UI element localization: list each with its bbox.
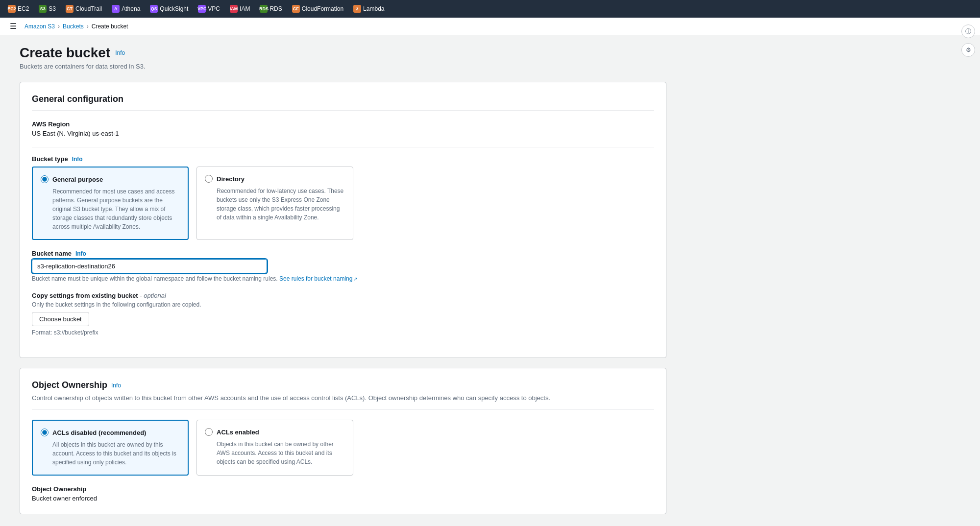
bucket-type-gp-title: General purpose <box>52 176 103 183</box>
bucket-name-group: Bucket name Info Bucket name must be uni… <box>32 250 654 282</box>
settings-circle-icon[interactable]: ⚙ <box>961 43 975 57</box>
rds-icon: RDS <box>260 5 268 13</box>
format-hint: Format: s3://bucket/prefix <box>32 329 654 336</box>
bucket-type-cards: General purpose Recommended for most use… <box>32 167 654 240</box>
nav-athena-label: Athena <box>122 5 140 12</box>
ownership-info-link[interactable]: Info <box>111 382 121 389</box>
breadcrumb-buckets[interactable]: Buckets <box>63 23 84 30</box>
general-config-title: General configuration <box>32 94 654 111</box>
acls-disabled-radio[interactable] <box>41 429 49 436</box>
aws-region-label: AWS Region <box>32 120 654 128</box>
s3-icon: S3 <box>39 5 47 13</box>
cloudtrail-icon: CT <box>66 5 74 13</box>
main-content: Create bucket Info Buckets are container… <box>0 35 686 526</box>
object-ownership-card: Object Ownership Info Control ownership … <box>20 368 666 514</box>
bucket-type-label: Bucket type Info <box>32 155 654 163</box>
ownership-title-row: Object Ownership Info <box>32 380 654 390</box>
acls-enabled-header: ACLs enabled <box>205 428 345 436</box>
breadcrumb-sep-1: › <box>58 23 60 30</box>
see-rules-label: See rules for bucket naming <box>279 275 352 282</box>
top-nav: EC2 EC2 S3 S3 CT CloudTrail A Athena QS … <box>0 0 980 18</box>
nav-rds-label: RDS <box>270 5 282 12</box>
nav-lambda[interactable]: λ Lambda <box>349 3 388 15</box>
object-ownership-bottom-label: Object Ownership <box>32 485 654 493</box>
bucket-type-dir-desc: Recommended for low-latency use cases. T… <box>217 187 345 222</box>
bucket-name-hint-text: Bucket name must be unique within the gl… <box>32 275 278 282</box>
breadcrumb-current: Create bucket <box>92 23 128 30</box>
aws-region-value: US East (N. Virginia) us-east-1 <box>32 130 654 137</box>
copy-settings-title: Copy settings from existing bucket - opt… <box>32 292 654 299</box>
nav-iam-label: IAM <box>240 5 250 12</box>
nav-cloudformation[interactable]: CF CloudFormation <box>288 3 347 15</box>
copy-settings-title-text: Copy settings from existing bucket <box>32 292 138 299</box>
page-subtitle: Buckets are containers for data stored i… <box>20 63 666 70</box>
info-circle-icon[interactable]: ⓘ <box>961 24 975 38</box>
acls-enabled-desc: Objects in this bucket can be owned by o… <box>217 440 345 466</box>
bucket-type-dir-header: Directory <box>205 175 345 183</box>
bucket-owner-enforced: Bucket owner enforced <box>32 495 654 502</box>
bucket-type-gp-radio[interactable] <box>41 175 49 183</box>
see-rules-link[interactable]: See rules for bucket naming↗ <box>279 275 357 282</box>
breadcrumb-sep-2: › <box>87 23 89 30</box>
bucket-name-input[interactable] <box>32 259 267 273</box>
copy-settings-optional-text: - optional <box>140 292 166 299</box>
general-config-card: General configuration AWS Region US East… <box>20 82 666 358</box>
nav-quicksight-label: QuickSight <box>160 5 188 12</box>
bucket-type-gp-desc: Recommended for most use cases and acces… <box>52 187 180 231</box>
acls-disabled-header: ACLs disabled (recommended) <box>41 429 180 436</box>
vpc-icon: VPC <box>198 5 206 13</box>
acls-enabled-radio[interactable] <box>205 428 213 436</box>
page-title: Create bucket <box>20 45 110 61</box>
nav-s3[interactable]: S3 S3 <box>35 3 60 15</box>
copy-settings-group: Copy settings from existing bucket - opt… <box>32 292 654 336</box>
iam-icon: IAM <box>230 5 238 13</box>
secondary-nav: ☰ Amazon S3 › Buckets › Create bucket <box>0 18 980 35</box>
cloudformation-icon: CF <box>292 5 300 13</box>
acls-disabled-title: ACLs disabled (recommended) <box>52 429 146 436</box>
nav-cloudtrail-label: CloudTrail <box>75 5 102 12</box>
page-title-row: Create bucket Info <box>20 45 666 61</box>
breadcrumb: Amazon S3 › Buckets › Create bucket <box>24 23 128 30</box>
lambda-icon: λ <box>353 5 361 13</box>
copy-settings-optional: - optional <box>140 292 166 299</box>
bucket-type-dir-title: Directory <box>217 175 245 183</box>
copy-settings-desc: Only the bucket settings in the followin… <box>32 301 654 308</box>
bucket-type-info-link[interactable]: Info <box>72 156 83 163</box>
nav-athena[interactable]: A Athena <box>108 3 144 15</box>
acls-disabled-card[interactable]: ACLs disabled (recommended) All objects … <box>32 420 189 476</box>
acls-disabled-desc: All objects in this bucket are owned by … <box>52 440 180 467</box>
bucket-type-gp-header: General purpose <box>41 175 180 183</box>
breadcrumb-s3[interactable]: Amazon S3 <box>24 23 55 30</box>
athena-icon: A <box>112 5 120 13</box>
bucket-type-dir-radio[interactable] <box>205 175 213 183</box>
right-icons: ⓘ ⚙ <box>961 24 975 57</box>
nav-ec2[interactable]: EC2 EC2 <box>4 3 33 15</box>
bucket-name-info-link[interactable]: Info <box>75 250 86 257</box>
nav-vpc-label: VPC <box>208 5 220 12</box>
bucket-type-group: Bucket type Info General purpose Recomme… <box>32 155 654 240</box>
nav-quicksight[interactable]: QS QuickSight <box>146 3 192 15</box>
external-link-icon: ↗ <box>353 276 357 282</box>
ownership-footer: Object Ownership Bucket owner enforced <box>32 485 654 502</box>
acls-enabled-card[interactable]: ACLs enabled Objects in this bucket can … <box>196 420 353 476</box>
nav-s3-label: S3 <box>49 5 56 12</box>
menu-icon[interactable]: ☰ <box>10 22 17 31</box>
quicksight-icon: QS <box>150 5 158 13</box>
nav-vpc[interactable]: VPC VPC <box>194 3 224 15</box>
choose-bucket-button[interactable]: Choose bucket <box>32 312 89 326</box>
bucket-name-hint: Bucket name must be unique within the gl… <box>32 275 654 282</box>
bucket-type-label-text: Bucket type <box>32 155 68 163</box>
bucket-type-directory[interactable]: Directory Recommended for low-latency us… <box>196 167 353 240</box>
page-info-link[interactable]: Info <box>115 49 125 56</box>
ec2-icon: EC2 <box>8 5 16 13</box>
nav-iam[interactable]: IAM IAM <box>226 3 254 15</box>
nav-cloudformation-label: CloudFormation <box>302 5 343 12</box>
nav-rds[interactable]: RDS RDS <box>256 3 286 15</box>
nav-lambda-label: Lambda <box>363 5 384 12</box>
bucket-name-label-text: Bucket name <box>32 250 72 257</box>
aws-region-group: AWS Region US East (N. Virginia) us-east… <box>32 120 654 137</box>
bucket-type-general-purpose[interactable]: General purpose Recommended for most use… <box>32 167 189 240</box>
divider-1 <box>32 147 654 147</box>
ownership-section-title: Object Ownership <box>32 380 107 390</box>
nav-cloudtrail[interactable]: CT CloudTrail <box>62 3 106 15</box>
